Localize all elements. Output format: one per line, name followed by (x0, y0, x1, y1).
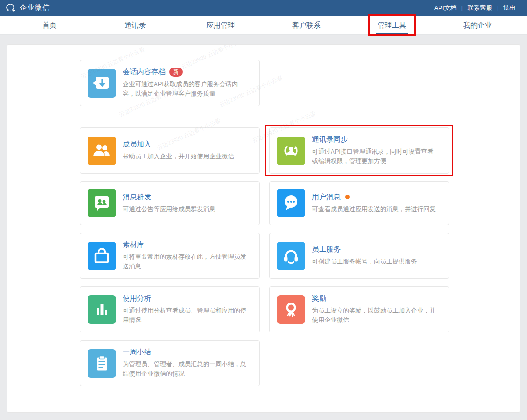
card-title-text: 消息群发 (123, 193, 151, 202)
card-usage-analytics[interactable]: 使用分析 可通过使用分析查看成员、管理员和应用的使用情况 (80, 286, 260, 332)
brand-name: 企业微信 (20, 3, 50, 12)
card-title-text: 成员加入 (123, 140, 151, 149)
card-description: 帮助员工加入企业，并开始使用企业微信 (123, 152, 250, 161)
card-description: 可将重要常用的素材存放在此，方便管理员发送消息 (123, 252, 250, 271)
card-text: 成员加入 帮助员工加入企业，并开始使用企业微信 (123, 140, 250, 161)
card-title-text: 员工服务 (312, 245, 341, 254)
archive-download-icon (88, 69, 116, 98)
card-title: 会话内容存档 新 (123, 68, 250, 77)
top-links: API文档 | 联系客服 | 退出 (429, 4, 520, 12)
nav-item-apps[interactable]: 应用管理 (178, 16, 264, 34)
top-bar: 企业微信 API文档 | 联系客服 | 退出 (0, 0, 527, 16)
contacts-sync-icon (277, 137, 305, 165)
annotated-card-wrap: 通讯录同步 可通过API接口管理通讯录，同时可设置查看或编辑权限，管理更加方便 (269, 127, 449, 174)
active-tab-underline (376, 33, 408, 34)
logout-link[interactable]: 退出 (498, 4, 520, 12)
nav-item-admin-tools[interactable]: 管理工具 (349, 16, 435, 34)
card-text: 用户消息 可查看成员通过应用发送的消息，并进行回复 (312, 193, 439, 214)
card-rewards[interactable]: 奖励 为员工设立的奖励，以鼓励员工加入企业，并使用企业微信 (269, 286, 449, 332)
card-title-text: 奖励 (312, 294, 326, 303)
notification-dot (345, 195, 350, 199)
members-icon (88, 137, 116, 165)
new-badge: 新 (169, 68, 183, 77)
card-weekly-summary[interactable]: 一周小结 为管理员、管理者、成员汇总的一周小结，总结使用企业微信的情况 (80, 340, 260, 386)
reward-medal-icon (277, 295, 305, 324)
card-text: 员工服务 可创建员工服务帐号，向员工提供服务 (312, 245, 439, 266)
card-text: 使用分析 可通过使用分析查看成员、管理员和应用的使用情况 (123, 294, 250, 325)
card-materials-library[interactable]: 素材库 可将重要常用的素材存放在此，方便管理员发送消息 (80, 233, 260, 279)
card-description: 可通过API接口管理通讯录，同时可设置查看或编辑权限，管理更加方便 (312, 147, 439, 166)
card-user-messages[interactable]: 用户消息 可查看成员通过应用发送的消息，并进行回复 (269, 181, 449, 225)
card-title-text: 会话内容存档 (123, 68, 166, 77)
card-contacts-sync[interactable]: 通讯录同步 可通过API接口管理通讯录，同时可设置查看或编辑权限，管理更加方便 (269, 127, 449, 174)
nav-item-contacts[interactable]: 通讯录 (92, 16, 178, 34)
nav-item-customer[interactable]: 客户联系 (264, 16, 349, 34)
card-title-text: 素材库 (123, 240, 144, 249)
card-description: 企业可通过API获取成员的客户服务会话内容，以满足企业管理客户服务质量 (123, 79, 250, 98)
card-session-archive[interactable]: 会话内容存档 新 企业可通过API获取成员的客户服务会话内容，以满足企业管理客户… (80, 60, 260, 106)
materials-icon (88, 242, 116, 270)
card-description: 为员工设立的奖励，以鼓励员工加入企业，并使用企业微信 (312, 306, 439, 325)
card-title-text: 通讯录同步 (312, 135, 348, 144)
service-headset-icon (277, 242, 305, 270)
card-text: 一周小结 为管理员、管理者、成员汇总的一周小结，总结使用企业微信的情况 (123, 348, 250, 379)
card-description: 为管理员、管理者、成员汇总的一周小结，总结使用企业微信的情况 (123, 360, 250, 379)
card-text: 消息群发 可通过公告等应用给成员群发消息 (123, 193, 250, 214)
analytics-icon (88, 295, 116, 324)
card-text: 素材库 可将重要常用的素材存放在此，方便管理员发送消息 (123, 240, 250, 271)
card-title-text: 使用分析 (123, 294, 151, 303)
admin-tools-panel: 云边23920 云边看个小云看 云边23920 云边看个小云看 云边23920 … (7, 44, 520, 413)
brand[interactable]: 企业微信 (6, 3, 50, 13)
tools-grid: 成员加入 帮助员工加入企业，并开始使用企业微信 (80, 127, 449, 386)
card-text: 会话内容存档 新 企业可通过API获取成员的客户服务会话内容，以满足企业管理客户… (123, 68, 250, 98)
card-text: 通讯录同步 可通过API接口管理通讯录，同时可设置查看或编辑权限，管理更加方便 (312, 135, 439, 166)
card-description: 可创建员工服务帐号，向员工提供服务 (312, 257, 439, 266)
nav-item-home[interactable]: 首页 (7, 16, 92, 34)
api-docs-link[interactable]: API文档 (429, 4, 461, 12)
nav-item-label: 管理工具 (378, 21, 406, 29)
broadcast-icon (88, 189, 116, 217)
card-description: 可通过公告等应用给成员群发消息 (123, 205, 250, 214)
card-description: 可查看成员通过应用发送的消息，并进行回复 (312, 205, 439, 214)
card-description: 可通过使用分析查看成员、管理员和应用的使用情况 (123, 306, 250, 325)
user-message-icon (277, 189, 305, 217)
card-title-text: 用户消息 (312, 193, 341, 202)
contact-support-link[interactable]: 联系客服 (463, 4, 497, 12)
section-divider (80, 117, 449, 117)
nav-item-my-company[interactable]: 我的企业 (435, 16, 520, 34)
card-message-broadcast[interactable]: 消息群发 可通过公告等应用给成员群发消息 (80, 181, 260, 225)
card-text: 奖励 为员工设立的奖励，以鼓励员工加入企业，并使用企业微信 (312, 294, 439, 325)
card-title-text: 一周小结 (123, 348, 151, 357)
weekly-summary-icon (88, 349, 116, 378)
wechat-work-logo-icon (6, 3, 16, 13)
card-member-join[interactable]: 成员加入 帮助员工加入企业，并开始使用企业微信 (80, 127, 260, 174)
main-nav: 首页 通讯录 应用管理 客户联系 管理工具 我的企业 (0, 16, 527, 35)
card-employee-service[interactable]: 员工服务 可创建员工服务帐号，向员工提供服务 (269, 233, 449, 279)
